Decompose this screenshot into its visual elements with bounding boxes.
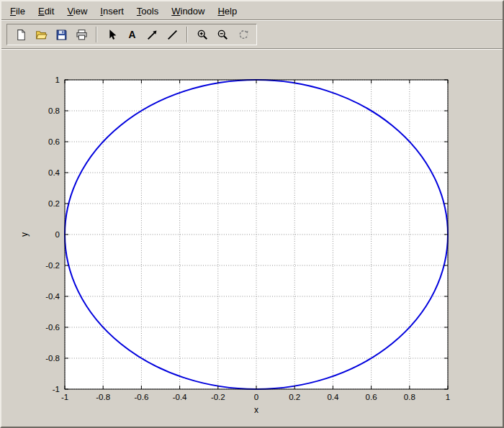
zoom-out-icon	[217, 29, 229, 41]
text-a-icon: A	[126, 29, 138, 41]
zoom-in-icon	[197, 29, 209, 41]
x-tick-label: -0.6	[134, 393, 148, 401]
x-tick-label: 1	[446, 393, 450, 401]
toolbar-separator	[96, 27, 97, 42]
svg-text:A: A	[128, 29, 135, 40]
arrow-cursor-icon	[106, 29, 118, 41]
x-axis-label: x	[254, 405, 258, 415]
x-tick-label: 0.8	[404, 393, 415, 401]
figure-window: FileEditViewInsertToolsWindowHelp A -1-0…	[0, 0, 504, 428]
x-tick-label: -0.4	[173, 393, 187, 401]
y-tick-label: 1	[55, 76, 60, 84]
menu-item-view[interactable]: View	[67, 6, 87, 17]
figure-canvas[interactable]: -1-0.8-0.6-0.4-0.200.20.40.60.81-1-0.8-0…	[1, 50, 503, 427]
open-file-button[interactable]	[32, 25, 50, 44]
x-tick-label: -1	[61, 393, 68, 401]
selection-button[interactable]	[102, 25, 121, 44]
y-tick-label: 0.2	[48, 199, 60, 208]
new-figure-button[interactable]	[12, 25, 30, 44]
toolbar: A	[1, 21, 503, 48]
open-folder-icon	[35, 29, 48, 41]
add-text-button[interactable]: A	[122, 25, 141, 44]
print-icon	[76, 29, 88, 41]
y-tick-label: -0.2	[45, 261, 60, 270]
x-tick-label: -0.2	[211, 393, 225, 401]
menu-bar: FileEditViewInsertToolsWindowHelp	[1, 1, 503, 19]
save-figure-button[interactable]	[52, 25, 71, 44]
zoom-in-button[interactable]	[193, 25, 212, 44]
x-tick-label: -0.8	[96, 393, 110, 401]
save-icon	[55, 29, 68, 41]
toolbar-buttons: A	[6, 24, 257, 45]
x-tick-label: 0	[254, 393, 258, 401]
y-tick-label: 0.8	[48, 106, 60, 115]
menu-item-window[interactable]: Window	[171, 6, 204, 17]
zoom-out-button[interactable]	[213, 25, 232, 44]
line-annotation-icon	[166, 29, 179, 41]
menu-item-insert[interactable]: Insert	[100, 6, 124, 17]
x-tick-label: 0.4	[327, 393, 339, 401]
y-tick-label: 0	[55, 230, 60, 239]
menu-item-edit[interactable]: Edit	[38, 6, 54, 17]
add-line-button[interactable]	[163, 25, 181, 44]
print-figure-button[interactable]	[72, 25, 91, 44]
rotate-3d-button[interactable]	[233, 25, 252, 44]
menu-item-tools[interactable]: Tools	[137, 6, 158, 17]
menu-item-file[interactable]: File	[10, 6, 25, 17]
y-tick-label: -0.8	[45, 354, 60, 363]
x-tick-label: 0.2	[289, 393, 300, 401]
add-arrow-button[interactable]	[143, 25, 161, 44]
y-tick-label: 0.4	[48, 168, 60, 177]
new-document-icon	[15, 29, 27, 41]
x-tick-label: 0.6	[366, 393, 377, 401]
y-tick-label: -0.6	[45, 323, 60, 332]
y-tick-label: -1	[53, 385, 60, 393]
y-tick-label: -0.4	[45, 292, 60, 301]
plot-svg[interactable]: -1-0.8-0.6-0.4-0.200.20.40.60.81-1-0.8-0…	[13, 67, 462, 422]
rotate-3d-icon	[237, 29, 249, 41]
menu-item-help[interactable]: Help	[217, 6, 237, 17]
y-axis-label: y	[19, 232, 30, 237]
arrow-annotation-icon	[146, 29, 158, 41]
toolbar-separator	[186, 27, 188, 42]
y-tick-label: 0.6	[48, 137, 60, 146]
